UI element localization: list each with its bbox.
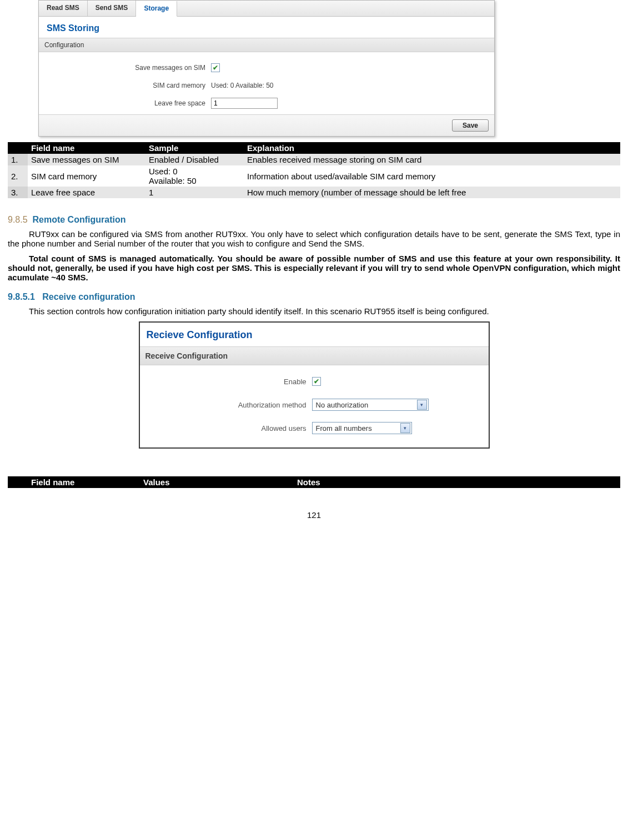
tab-read-sms[interactable]: Read SMS [39,1,88,16]
checkbox-save-on-sim[interactable]: ✔ [211,63,220,72]
sms-storing-panel: Read SMS Send SMS Storage SMS Storing Co… [38,0,495,137]
dropdown-allowed-users[interactable]: From all numbers ▾ [312,422,412,434]
cell-idx: 3. [8,187,28,198]
label-allowed-users: Allowed users [140,424,312,432]
subheading-num: 9.8.5.1 [8,292,35,301]
section-head-receive: Receive Configuration [140,346,489,365]
th-values: Values [140,476,294,488]
cell-sample: Enabled / Disabled [145,154,244,165]
footer-bar: Save [39,114,494,136]
para-receive-config: This section controls how configuration … [8,306,620,316]
form-area: Save messages on SIM ✔ SIM card memory U… [39,52,494,114]
tab-send-sms[interactable]: Send SMS [88,1,137,16]
subheading-title: Receive configuration [42,292,135,301]
th-fieldname: Field name [28,142,145,154]
table-sms-storing-fields: Field name Sample Explanation 1. Save me… [8,142,620,198]
th-notes: Notes [294,476,620,488]
label-save-on-sim: Save messages on SIM [39,64,211,72]
label-leave-free: Leave free space [39,99,211,107]
para-remote-config-1: RUT9xx can be configured via SMS from an… [8,229,620,248]
th-blank [8,142,28,154]
section-head-configuration: Configuration [39,38,494,52]
heading-9-8-5: 9.8.5 Remote Configuration [8,215,620,225]
dropdown-auth-method[interactable]: No authorization ▾ [312,399,429,411]
th-explanation: Explanation [244,142,620,154]
table-row: 1. Save messages on SIM Enabled / Disabl… [8,154,620,165]
label-enable: Enable [140,378,312,386]
cell-explain: How much memory (number of message shoul… [244,187,620,198]
cell-idx: 1. [8,154,28,165]
table-row: 2. SIM card memory Used: 0 Available: 50… [8,165,620,187]
cell-explain: Enables received message storing on SIM … [244,154,620,165]
table-row: 3. Leave free space 1 How much memory (n… [8,187,620,198]
panel-title: Recieve Configuration [140,323,489,346]
cell-sample: Used: 0 Available: 50 [145,165,244,187]
tab-storage[interactable]: Storage [136,1,177,17]
chevron-down-icon: ▾ [400,423,410,433]
cell-field: Leave free space [28,187,145,198]
heading-num: 9.8.5 [8,215,28,224]
cell-explain: Information about used/available SIM car… [244,165,620,187]
panel-title: SMS Storing [39,17,494,38]
th-blank [8,476,28,488]
tab-bar: Read SMS Send SMS Storage [39,1,494,17]
dropdown-value: From all numbers [316,424,372,432]
cell-idx: 2. [8,165,28,187]
heading-title: Remote Configuration [32,215,125,224]
cell-sample: 1 [145,187,244,198]
input-leave-free[interactable] [211,98,278,109]
heading-9-8-5-1: 9.8.5.1 Receive configuration [8,292,620,302]
save-button[interactable]: Save [452,119,489,132]
table-receive-config-fields: Field name Values Notes [8,476,620,488]
value-sim-memory: Used: 0 Available: 50 [211,82,274,89]
cell-field: SIM card memory [28,165,145,187]
th-sample: Sample [145,142,244,154]
dropdown-value: No authorization [316,401,369,409]
th-fieldname: Field name [28,476,140,488]
checkbox-enable[interactable]: ✔ [312,377,321,386]
page-number: 121 [8,510,620,520]
cell-field: Save messages on SIM [28,154,145,165]
para-remote-config-2: Total count of SMS is managed automatica… [8,254,620,282]
chevron-down-icon: ▾ [417,400,427,410]
receive-config-panel: Recieve Configuration Receive Configurat… [139,321,490,449]
label-sim-memory: SIM card memory [39,82,211,89]
label-auth-method: Authorization method [140,401,312,409]
